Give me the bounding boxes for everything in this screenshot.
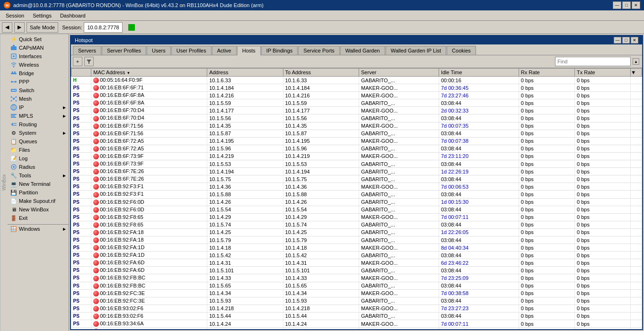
tab-service-ports[interactable]: Service Ports	[298, 46, 339, 55]
svg-line-20	[12, 97, 13, 98]
hotspot-window-controls[interactable]: — □ ✕	[614, 37, 638, 44]
find-input[interactable]	[555, 57, 631, 66]
col-mac[interactable]: MAC Address ▼	[91, 69, 207, 77]
hotspot-maximize-button[interactable]: □	[622, 37, 630, 44]
scroll-up-button[interactable]: ▲	[633, 58, 639, 65]
menu-dashboard[interactable]: Dashboard	[56, 12, 89, 19]
col-address[interactable]: Address	[207, 69, 283, 77]
close-button[interactable]: ✕	[632, 1, 640, 9]
col-idle-time[interactable]: Idle Time	[439, 69, 519, 77]
sidebar-item-system[interactable]: ⚙ System	[8, 129, 69, 137]
sidebar-item-capsman[interactable]: CAPsMAN	[8, 44, 69, 52]
sidebar-item-newwinbox[interactable]: 🖥 New WinBox	[8, 205, 69, 214]
tab-cookies[interactable]: Cookies	[447, 46, 476, 55]
sidebar-item-files[interactable]: 📁 Files	[8, 146, 69, 154]
sidebar-item-switch[interactable]: Switch	[8, 86, 69, 95]
table-row[interactable]: H 00:05:16:64:F0:9F 10.1.6.33 10.1.6.33 …	[71, 77, 642, 84]
table-row[interactable]: PS 00:16:EB:92:F8:65 10.1.4.29 10.1.4.29…	[71, 213, 642, 221]
table-row[interactable]: PS 00:16:EB:92:FC:3E 10.1.5.93 10.1.5.93…	[71, 297, 642, 305]
table-row[interactable]: PS 00:16:EB:93:34:6A 10.1.4.24 10.1.4.24…	[71, 320, 642, 328]
sidebar-item-tools[interactable]: 🔧 Tools	[8, 171, 69, 180]
table-row[interactable]: PS 00:16:EB:92:FB:BC 10.1.5.65 10.1.5.65…	[71, 282, 642, 289]
table-row[interactable]: PS 00:16:EB:93:34:6A 10.1.5.84 10.1.5.84…	[71, 328, 642, 329]
sidebar-item-mesh[interactable]: Mesh	[8, 95, 69, 103]
table-row[interactable]: PS 00:16:EB:92:FA:1D 10.1.4.18 10.1.4.18…	[71, 244, 642, 252]
table-row[interactable]: PS 00:16:EB:6F:70:D4 10.1.4.177 10.1.4.1…	[71, 107, 642, 114]
tab-walled-garden-ip[interactable]: Walled Garden IP List	[386, 46, 446, 55]
table-row[interactable]: PS 00:16:EB:6F:73:9F 10.1.4.219 10.1.4.2…	[71, 152, 642, 160]
sidebar-item-supout[interactable]: 📄 Make Supout.rif	[8, 197, 69, 205]
table-row[interactable]: PS 00:16:EB:6F:6F:8A 10.1.5.59 10.1.5.59…	[71, 99, 642, 107]
sidebar-item-ppp[interactable]: PPP	[8, 78, 69, 86]
sidebar-item-radius[interactable]: Radius	[8, 163, 69, 171]
sidebar-item-quickset[interactable]: ⚡ Quick Set	[8, 35, 69, 44]
sidebar-item-ip[interactable]: IP	[8, 103, 69, 112]
forward-button[interactable]: ▶	[14, 22, 25, 33]
table-row[interactable]: PS 00:16:EB:6F:71:56 10.1.5.87 10.1.5.87…	[71, 130, 642, 137]
col-tx-rate[interactable]: Tx Rate	[575, 69, 631, 77]
maximize-button[interactable]: □	[622, 1, 631, 9]
table-row[interactable]: PS 00:16:EB:93:02:F6 10.1.5.44 10.1.5.44…	[71, 312, 642, 320]
cell-address: 10.1.5.44	[207, 312, 283, 320]
table-row[interactable]: PS 00:16:EB:92:F6:0D 10.1.4.26 10.1.4.26…	[71, 198, 642, 206]
sidebar-item-interfaces[interactable]: Interfaces	[8, 52, 69, 61]
tab-users[interactable]: Users	[147, 46, 171, 55]
tab-servers[interactable]: Servers	[73, 46, 101, 55]
interfaces-icon	[10, 53, 17, 60]
title-bar-controls[interactable]: — □ ✕	[613, 1, 640, 9]
table-row[interactable]: PS 00:16:EB:6F:6F:71 10.1.4.184 10.1.4.1…	[71, 84, 642, 92]
table-row[interactable]: PS 00:16:EB:6F:73:9F 10.1.5.53 10.1.5.53…	[71, 160, 642, 168]
cell-rx-rate: 0 bps	[519, 312, 574, 320]
back-button[interactable]: ◀	[2, 22, 12, 33]
menu-settings[interactable]: Settings	[29, 12, 55, 19]
safemode-button[interactable]: Safe Mode	[26, 22, 58, 33]
hotspot-minimize-button[interactable]: —	[614, 37, 621, 44]
table-row[interactable]: PS 00:16:EB:93:02:F6 10.1.4.218 10.1.4.2…	[71, 305, 642, 312]
table-row[interactable]: PS 00:16:EB:6F:7E:26 10.1.5.75 10.1.5.75…	[71, 175, 642, 183]
sidebar-item-wireless[interactable]: Wireless	[8, 61, 69, 69]
tab-ip-bindings[interactable]: IP Bindings	[261, 46, 298, 55]
table-row[interactable]: PS 00:16:EB:92:F6:0D 10.1.5.54 10.1.5.54…	[71, 206, 642, 213]
table-row[interactable]: PS 00:16:EB:6F:72:A5 10.1.5.96 10.1.5.96…	[71, 145, 642, 152]
table-row[interactable]: PS 00:16:EB:6F:6F:8A 10.1.4.216 10.1.4.2…	[71, 92, 642, 99]
table-row[interactable]: PS 00:16:EB:92:FA:18 10.1.5.79 10.1.5.79…	[71, 236, 642, 244]
hotspot-close-button[interactable]: ✕	[631, 37, 638, 44]
cell-spacer	[631, 289, 642, 297]
sidebar-item-exit[interactable]: 🚪 Exit	[8, 214, 69, 222]
table-row[interactable]: PS 00:16:EB:6F:72:A5 10.1.4.195 10.1.4.1…	[71, 137, 642, 145]
table-row[interactable]: PS 00:16:EB:92:FA:6D 10.1.5.101 10.1.5.1…	[71, 267, 642, 274]
table-row[interactable]: PS 00:16:EB:6F:7E:26 10.1.4.194 10.1.4.1…	[71, 168, 642, 175]
col-type[interactable]	[71, 69, 91, 77]
cell-mac: 00:16:EB:6F:6F:8A	[91, 99, 207, 107]
table-row[interactable]: PS 00:16:EB:92:F8:65 10.1.5.74 10.1.5.74…	[71, 221, 642, 228]
sidebar-item-queues[interactable]: 📋 Queues	[8, 137, 69, 146]
tab-server-profiles[interactable]: Server Profiles	[102, 46, 146, 55]
tab-walled-garden[interactable]: Walled Garden	[340, 46, 385, 55]
sidebar-item-mpls[interactable]: MPLS	[8, 112, 69, 120]
table-row[interactable]: PS 00:16:EB:92:F3:F1 10.1.5.88 10.1.5.88…	[71, 191, 642, 198]
sidebar-item-terminal[interactable]: 💻 New Terminal	[8, 180, 69, 188]
minimize-button[interactable]: —	[613, 1, 621, 9]
sidebar-item-routing[interactable]: Routing	[8, 120, 69, 129]
col-server[interactable]: Server	[359, 69, 439, 77]
col-to-address[interactable]: To Address	[283, 69, 359, 77]
table-row[interactable]: PS 00:16:EB:6F:70:D4 10.1.5.56 10.1.5.56…	[71, 114, 642, 122]
tab-active[interactable]: Active	[212, 46, 237, 55]
table-row[interactable]: PS 00:16:EB:92:FA:18 10.1.4.25 10.1.4.25…	[71, 228, 642, 236]
table-row[interactable]: PS 00:16:EB:92:F3:F1 10.1.4.36 10.1.4.36…	[71, 183, 642, 191]
col-rx-rate[interactable]: Rx Rate	[519, 69, 574, 77]
menu-session[interactable]: Session	[2, 12, 28, 19]
add-button[interactable]: +	[73, 57, 82, 66]
table-row[interactable]: PS 00:16:EB:6F:71:56 10.1.4.35 10.1.4.35…	[71, 122, 642, 130]
filter-button[interactable]	[84, 57, 94, 66]
sidebar-item-partition[interactable]: 💾 Partition	[8, 188, 69, 197]
sidebar-item-bridge[interactable]: Bridge	[8, 69, 69, 78]
table-row[interactable]: PS 00:16:EB:92:FA:1D 10.1.5.42 10.1.5.42…	[71, 252, 642, 259]
tab-user-profiles[interactable]: User Profiles	[171, 46, 212, 55]
table-row[interactable]: PS 00:16:EB:92:FA:6D 10.1.4.31 10.1.4.31…	[71, 259, 642, 267]
sidebar-item-windows[interactable]: 🪟 Windows	[8, 225, 69, 233]
table-row[interactable]: PS 00:16:EB:92:FC:3E 10.1.4.34 10.1.4.34…	[71, 289, 642, 297]
table-row[interactable]: PS 00:16:EB:92:FB:BC 10.1.4.33 10.1.4.33…	[71, 274, 642, 282]
sidebar-item-log[interactable]: 📝 Log	[8, 154, 69, 163]
tab-hosts[interactable]: Hosts	[237, 46, 261, 55]
